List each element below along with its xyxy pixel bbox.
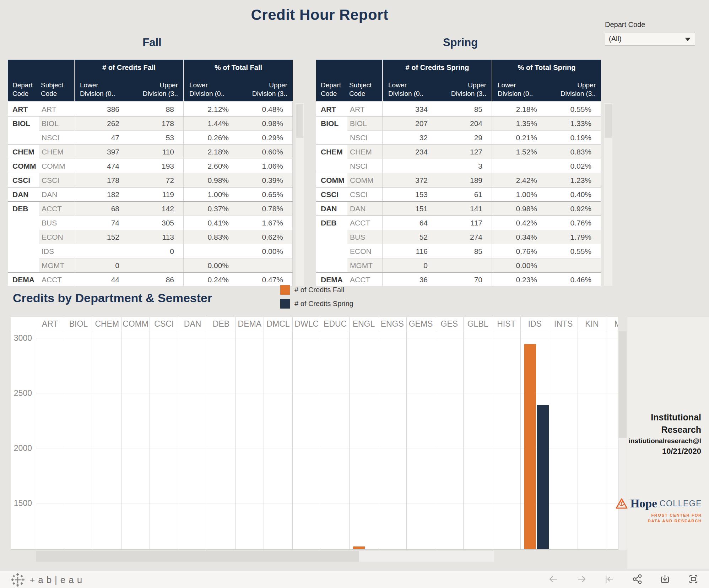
- cell-pct-upper[interactable]: 0.78%: [238, 202, 293, 216]
- category-header-art[interactable]: ART: [36, 317, 64, 331]
- cell-credits-lower[interactable]: 386: [74, 102, 129, 116]
- scrollbar-thumb[interactable]: [605, 104, 612, 138]
- cell-subject-code[interactable]: ACCT: [39, 202, 74, 216]
- bar-spring-ids[interactable]: [537, 405, 549, 549]
- cell-subject-code[interactable]: BUS: [347, 230, 382, 244]
- bar-fall-ids[interactable]: [524, 344, 536, 549]
- cell-pct-lower[interactable]: 0.98%: [492, 202, 546, 216]
- cell-pct-lower[interactable]: 0.24%: [183, 273, 238, 286]
- cell-pct-lower[interactable]: 0.83%: [183, 230, 238, 244]
- cell-pct-lower[interactable]: 0.23%: [492, 273, 546, 286]
- cell-subject-code[interactable]: COMM: [347, 173, 382, 187]
- cell-subject-code[interactable]: ART: [39, 102, 74, 116]
- cell-depart-code[interactable]: DEMA: [316, 273, 347, 286]
- cell-depart-code[interactable]: DAN: [8, 187, 39, 202]
- cell-credits-upper[interactable]: [129, 258, 183, 273]
- cell-subject-code[interactable]: ACCT: [39, 273, 74, 286]
- cell-subject-code[interactable]: BUS: [39, 216, 74, 230]
- cell-credits-upper[interactable]: 70: [437, 273, 492, 286]
- cell-credits-lower[interactable]: 207: [382, 116, 437, 131]
- cell-credits-upper[interactable]: 3: [437, 159, 492, 173]
- cell-subject-code[interactable]: BIOL: [39, 116, 74, 131]
- cell-depart-code[interactable]: DAN: [316, 202, 347, 216]
- depart-code-dropdown[interactable]: (All): [605, 33, 695, 45]
- cell-credits-lower[interactable]: 52: [382, 230, 437, 244]
- category-header-glbl[interactable]: GLBL: [464, 317, 492, 331]
- cell-credits-upper[interactable]: 85: [437, 102, 492, 116]
- cell-depart-code[interactable]: CSCI: [316, 187, 347, 202]
- cell-depart-code[interactable]: [8, 216, 39, 230]
- cell-credits-lower[interactable]: [382, 159, 437, 173]
- fullscreen-icon[interactable]: [688, 574, 699, 584]
- cell-credits-lower[interactable]: 68: [74, 202, 129, 216]
- cell-credits-upper[interactable]: 204: [437, 116, 492, 131]
- cell-pct-upper[interactable]: [546, 258, 601, 273]
- cell-credits-upper[interactable]: 193: [129, 159, 183, 173]
- cell-credits-lower[interactable]: 178: [74, 173, 129, 187]
- cell-pct-upper[interactable]: 0.02%: [546, 159, 601, 173]
- cell-credits-lower[interactable]: 32: [382, 131, 437, 145]
- category-header-deb[interactable]: DEB: [207, 317, 236, 331]
- cell-pct-lower[interactable]: 0.21%: [492, 131, 546, 145]
- cell-subject-code[interactable]: MGMT: [347, 258, 382, 273]
- cell-pct-lower[interactable]: 0.37%: [183, 202, 238, 216]
- cell-credits-lower[interactable]: 153: [382, 187, 437, 202]
- cell-subject-code[interactable]: NSCI: [347, 159, 382, 173]
- cell-pct-lower[interactable]: 0.00%: [492, 258, 546, 273]
- cell-credits-lower[interactable]: 44: [74, 273, 129, 286]
- cell-credits-lower[interactable]: 116: [382, 244, 437, 258]
- cell-pct-upper[interactable]: 0.40%: [546, 187, 601, 202]
- cell-depart-code[interactable]: BIOL: [316, 116, 347, 131]
- cell-pct-lower[interactable]: 2.12%: [183, 102, 238, 116]
- cell-pct-lower[interactable]: 1.44%: [183, 116, 238, 131]
- chart-horizontal-scrollbar-thumb[interactable]: [36, 551, 359, 562]
- cell-credits-lower[interactable]: 262: [74, 116, 129, 131]
- category-header-ints[interactable]: INTS: [549, 317, 578, 331]
- cell-subject-code[interactable]: ART: [347, 102, 382, 116]
- cell-credits-lower[interactable]: 151: [382, 202, 437, 216]
- category-header-hist[interactable]: HIST: [492, 317, 521, 331]
- cell-pct-upper[interactable]: 0.48%: [238, 102, 293, 116]
- cell-pct-upper[interactable]: 1.23%: [546, 173, 601, 187]
- cell-depart-code[interactable]: [316, 244, 347, 258]
- cell-credits-upper[interactable]: 119: [129, 187, 183, 202]
- cell-depart-code[interactable]: [316, 131, 347, 145]
- col-header-lower-division[interactable]: Lower Division (0..: [492, 75, 547, 101]
- cell-pct-upper[interactable]: 0.98%: [238, 116, 293, 131]
- cell-pct-upper[interactable]: 0.83%: [546, 145, 601, 159]
- group-header-pct[interactable]: % of Total Spring: [492, 60, 601, 75]
- cell-credits-lower[interactable]: 234: [382, 145, 437, 159]
- cell-pct-lower[interactable]: 2.60%: [183, 159, 238, 173]
- cell-credits-lower[interactable]: [74, 244, 129, 258]
- cell-pct-upper[interactable]: 0.65%: [238, 187, 293, 202]
- cell-credits-upper[interactable]: 305: [129, 216, 183, 230]
- cell-credits-lower[interactable]: 182: [74, 187, 129, 202]
- cell-depart-code[interactable]: DEB: [8, 202, 39, 216]
- cell-depart-code[interactable]: [8, 244, 39, 258]
- cell-credits-upper[interactable]: 0: [129, 244, 183, 258]
- cell-subject-code[interactable]: ECON: [39, 230, 74, 244]
- cell-credits-upper[interactable]: 53: [129, 131, 183, 145]
- cell-credits-lower[interactable]: 74: [74, 216, 129, 230]
- cell-pct-lower[interactable]: 1.52%: [492, 145, 546, 159]
- cell-credits-upper[interactable]: 127: [437, 145, 492, 159]
- bar-fall-engl[interactable]: [353, 546, 365, 549]
- cell-pct-lower[interactable]: 0.34%: [492, 230, 546, 244]
- cell-subject-code[interactable]: COMM: [39, 159, 74, 173]
- cell-credits-upper[interactable]: 274: [437, 230, 492, 244]
- cell-depart-code[interactable]: [316, 230, 347, 244]
- cell-depart-code[interactable]: ART: [8, 102, 39, 116]
- category-header-comm[interactable]: COMM: [121, 317, 150, 331]
- download-icon[interactable]: [660, 574, 670, 584]
- share-icon[interactable]: [632, 574, 643, 584]
- cell-pct-lower[interactable]: 2.18%: [183, 145, 238, 159]
- cell-subject-code[interactable]: DAN: [39, 187, 74, 202]
- category-header-gems[interactable]: GEMS: [407, 317, 435, 331]
- cell-pct-upper[interactable]: 0.55%: [546, 102, 601, 116]
- cell-credits-upper[interactable]: 29: [437, 131, 492, 145]
- cell-depart-code[interactable]: DEB: [316, 216, 347, 230]
- cell-pct-lower[interactable]: 1.35%: [492, 116, 546, 131]
- fall-table-scrollbar[interactable]: [296, 103, 304, 286]
- cell-subject-code[interactable]: ACCT: [347, 216, 382, 230]
- category-header-kin[interactable]: KIN: [578, 317, 606, 331]
